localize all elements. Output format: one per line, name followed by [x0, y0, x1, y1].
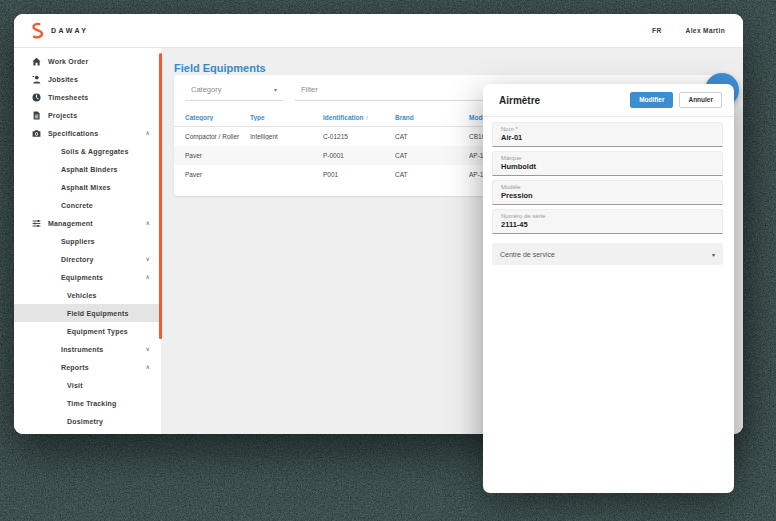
sidebar-item-concrete[interactable]: Concrete [14, 196, 161, 214]
sidebar-item-visit[interactable]: Visit [14, 376, 161, 394]
modify-button[interactable]: Modifier [630, 92, 673, 109]
brand-field[interactable]: Marque Humboldt [492, 151, 723, 176]
sidebar-item-dosimetry[interactable]: Dosimetry [14, 412, 161, 430]
language-switcher[interactable]: FR [652, 27, 661, 34]
sidebar-item-projects[interactable]: Projects [14, 106, 161, 124]
column-header-identification[interactable]: Identification ↑ [323, 114, 395, 121]
sidebar-item-specifications[interactable]: Specifications ∧ [14, 124, 161, 142]
panel-header: Airmètre Modifier Annuler [483, 84, 734, 117]
cancel-button[interactable]: Annuler [679, 92, 722, 109]
panel-title: Airmètre [499, 95, 540, 106]
category-select[interactable]: Category ▾ [185, 79, 283, 101]
sidebar-item-management[interactable]: Management ∧ [14, 214, 161, 232]
sidebar-item-work-order[interactable]: Work Order [14, 52, 161, 70]
sidebar-item-directory[interactable]: Directory ∨ [14, 250, 161, 268]
column-header-type[interactable]: Type [250, 114, 323, 121]
chevron-down-icon: ▾ [712, 251, 715, 258]
sidebar-item-soils-aggregates[interactable]: Soils & Aggregates [14, 142, 161, 160]
sidebar-item-timesheets[interactable]: Timesheets [14, 88, 161, 106]
model-field[interactable]: Modèle Pression [492, 180, 723, 205]
panel-form: Nom * Air-01 Marque Humboldt Modèle Pres… [492, 122, 723, 265]
sidebar: Work Order Jobsites Timesheets Projects … [14, 48, 161, 434]
user-menu[interactable]: Alex Martin [686, 27, 725, 34]
sidebar-item-equipment-types[interactable]: Equipment Types [14, 322, 161, 340]
column-header-category[interactable]: Category [185, 114, 250, 121]
brand-name: DAWAY [51, 27, 89, 34]
camera-icon [32, 129, 41, 138]
sidebar-item-vehicles[interactable]: Vehicles [14, 286, 161, 304]
sidebar-scrollbar[interactable] [159, 53, 162, 339]
sort-ascending-icon: ↑ [365, 114, 368, 121]
sidebar-item-time-tracking[interactable]: Time Tracking [14, 394, 161, 412]
sidebar-item-asphalt-mixes[interactable]: Asphalt Mixes [14, 178, 161, 196]
tune-icon [32, 219, 41, 228]
service-center-select[interactable]: Centre de service ▾ [492, 243, 723, 265]
sidebar-item-equipments[interactable]: Equipments ∧ [14, 268, 161, 286]
serial-number-field[interactable]: Numéro de série 2111-45 [492, 209, 723, 234]
chevron-up-icon: ∧ [146, 364, 161, 370]
page-title: Field Equipments [174, 62, 266, 74]
equipment-detail-panel: Airmètre Modifier Annuler Nom * Air-01 M… [483, 84, 734, 493]
sidebar-item-suppliers[interactable]: Suppliers [14, 232, 161, 250]
sidebar-item-jobsites[interactable]: Jobsites [14, 70, 161, 88]
sidebar-item-instruments[interactable]: Instruments ∨ [14, 340, 161, 358]
column-header-brand[interactable]: Brand [395, 114, 469, 121]
home-icon [32, 57, 41, 66]
chevron-down-icon: ∨ [146, 346, 161, 352]
brand-logo[interactable]: DAWAY [30, 22, 89, 39]
top-bar: DAWAY FR Alex Martin [14, 14, 743, 48]
clock-icon [32, 93, 41, 102]
daway-logo-icon [30, 22, 44, 39]
document-icon [32, 111, 41, 120]
chevron-down-icon: ▾ [274, 86, 277, 93]
worker-icon [32, 75, 41, 84]
name-field[interactable]: Nom * Air-01 [492, 122, 723, 147]
sidebar-item-field-equipments[interactable]: Field Equipments [14, 304, 161, 322]
sidebar-item-reports[interactable]: Reports ∧ [14, 358, 161, 376]
sidebar-item-asphalt-binders[interactable]: Asphalt Binders [14, 160, 161, 178]
